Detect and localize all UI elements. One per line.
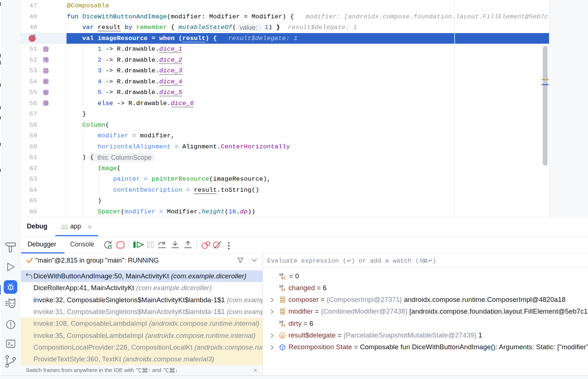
- svg-text:01: 01: [281, 324, 286, 327]
- svg-text:01: 01: [281, 276, 286, 279]
- svg-text:01: 01: [281, 288, 286, 291]
- svg-text:p: p: [281, 333, 284, 338]
